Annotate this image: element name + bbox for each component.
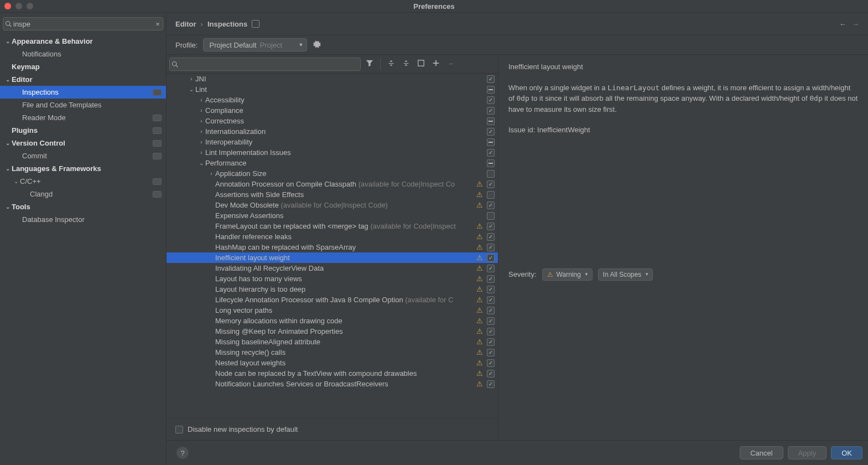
inspection-checkbox[interactable] xyxy=(487,286,495,293)
inspection-checkbox[interactable] xyxy=(487,86,495,94)
inspection-row[interactable]: Handler reference leaks ⚠ xyxy=(167,231,498,242)
inspection-checkbox[interactable] xyxy=(487,75,495,83)
reset-icon[interactable] xyxy=(252,20,259,28)
inspection-checkbox[interactable] xyxy=(487,96,495,104)
inspection-row[interactable]: Missing recycle() calls ⚠ xyxy=(167,347,498,358)
inspection-row[interactable]: Invalidating All RecyclerView Data ⚠ xyxy=(167,263,498,273)
inspection-checkbox[interactable] xyxy=(487,191,495,199)
inspection-checkbox[interactable] xyxy=(487,275,495,283)
inspection-checkbox[interactable] xyxy=(487,107,495,115)
inspection-checkbox[interactable] xyxy=(487,338,495,346)
inspection-row[interactable]: ›Correctness xyxy=(167,116,498,126)
severity-select[interactable]: ⚠ Warning ▼ xyxy=(542,268,592,281)
inspection-row[interactable]: Node can be replaced by a TextView with … xyxy=(167,368,498,379)
reset-default-icon[interactable] xyxy=(417,59,425,69)
inspection-row[interactable]: Dev Mode Obsolete (available for Code|In… xyxy=(167,200,498,210)
inspection-row[interactable]: Notification Launches Services or Broadc… xyxy=(167,379,498,389)
expand-all-icon[interactable] xyxy=(387,59,396,69)
inspection-checkbox[interactable] xyxy=(487,359,495,367)
expand-arrow-icon[interactable]: › xyxy=(197,97,205,103)
gear-icon[interactable] xyxy=(313,40,321,50)
sidebar-item-editor[interactable]: ⌄Editor xyxy=(0,73,166,86)
inspection-row[interactable]: FrameLayout can be replaced with <merge>… xyxy=(167,221,498,231)
expand-arrow-icon[interactable]: ⌄ xyxy=(197,160,205,166)
inspection-row[interactable]: Missing @Keep for Animated Properties ⚠ xyxy=(167,326,498,337)
sidebar-item-database-inspector[interactable]: Database Inspector xyxy=(0,213,166,226)
sidebar-search[interactable]: × xyxy=(3,17,163,30)
apply-button[interactable]: Apply xyxy=(788,446,827,459)
inspection-checkbox[interactable] xyxy=(487,170,495,178)
inspection-checkbox[interactable] xyxy=(487,254,495,262)
sidebar-item-languages-frameworks[interactable]: ⌄Languages & Frameworks xyxy=(0,162,166,175)
inspection-row[interactable]: HashMap can be replaced with SparseArray… xyxy=(167,242,498,252)
inspection-checkbox[interactable] xyxy=(487,128,495,136)
minimize-window-button[interactable] xyxy=(15,3,22,9)
remove-icon[interactable]: − xyxy=(446,60,455,68)
expand-arrow-icon[interactable]: › xyxy=(197,118,205,124)
inspection-row[interactable]: ›Internationalization xyxy=(167,126,498,137)
expand-arrow-icon[interactable]: › xyxy=(197,149,205,156)
sidebar-item-c-c-[interactable]: ⌄C/C++ xyxy=(0,175,166,188)
cancel-button[interactable]: Cancel xyxy=(740,446,783,459)
expand-arrow-icon[interactable]: › xyxy=(207,170,215,177)
inspection-row[interactable]: ›Lint Implementation Issues xyxy=(167,147,498,158)
inspection-row[interactable]: Missing baselineAligned attribute ⚠ xyxy=(167,337,498,347)
inspection-checkbox[interactable] xyxy=(487,349,495,356)
inspection-row[interactable]: Layout hierarchy is too deep ⚠ xyxy=(167,284,498,294)
inspections-tree[interactable]: ›JNI ⌄Lint ›Accessibility ›Compliance ›C… xyxy=(167,74,498,418)
nav-back-icon[interactable]: ← xyxy=(839,20,846,28)
inspection-checkbox[interactable] xyxy=(487,317,495,325)
inspection-row[interactable]: ›JNI xyxy=(167,74,498,84)
expand-arrow-icon[interactable]: ⌄ xyxy=(188,86,195,92)
ok-button[interactable]: OK xyxy=(831,446,862,459)
inspection-row[interactable]: Long vector paths ⚠ xyxy=(167,305,498,316)
inspection-checkbox[interactable] xyxy=(487,202,495,209)
inspection-row[interactable]: ›Compliance xyxy=(167,105,498,116)
inspection-row[interactable]: ›Application Size xyxy=(167,168,498,179)
sidebar-item-plugins[interactable]: ›Plugins xyxy=(0,124,166,137)
profile-select[interactable]: Project Default Project ▼ xyxy=(203,38,307,51)
inspection-row[interactable]: ›Accessibility xyxy=(167,95,498,105)
disable-new-checkbox[interactable] xyxy=(175,426,183,433)
breadcrumb-parent[interactable]: Editor xyxy=(175,20,196,28)
sidebar-item-version-control[interactable]: ⌄Version Control xyxy=(0,137,166,149)
inspection-row[interactable]: Assertions with Side Effects ⚠ xyxy=(167,189,498,200)
sidebar-item-reader-mode[interactable]: Reader Mode xyxy=(0,111,166,124)
sidebar-item-clangd[interactable]: Clangd xyxy=(0,188,166,200)
inspection-search[interactable] xyxy=(169,58,361,71)
sidebar-item-file-and-code-templates[interactable]: File and Code Templates xyxy=(0,99,166,111)
inspection-checkbox[interactable] xyxy=(487,370,495,378)
inspection-checkbox[interactable] xyxy=(487,307,495,314)
inspection-checkbox[interactable] xyxy=(487,233,495,241)
inspection-row[interactable]: ⌄Performance xyxy=(167,158,498,168)
expand-arrow-icon[interactable]: › xyxy=(197,107,205,113)
inspection-search-input[interactable] xyxy=(180,60,360,68)
sidebar-item-inspections[interactable]: Inspections xyxy=(0,86,166,99)
inspection-row[interactable]: Nested layout weights ⚠ xyxy=(167,358,498,368)
expand-arrow-icon[interactable]: › xyxy=(197,128,205,135)
filter-icon[interactable] xyxy=(365,59,374,69)
inspection-row[interactable]: Memory allocations within drawing code ⚠ xyxy=(167,316,498,326)
expand-arrow-icon[interactable]: › xyxy=(197,139,205,145)
inspection-checkbox[interactable] xyxy=(487,328,495,335)
inspection-checkbox[interactable] xyxy=(487,149,495,157)
inspection-checkbox[interactable] xyxy=(487,138,495,146)
inspection-checkbox[interactable] xyxy=(487,159,495,167)
inspection-checkbox[interactable] xyxy=(487,117,495,125)
inspection-checkbox[interactable] xyxy=(487,296,495,304)
inspection-checkbox[interactable] xyxy=(487,380,495,388)
sidebar-item-tools[interactable]: ⌄Tools xyxy=(0,200,166,213)
inspection-checkbox[interactable] xyxy=(487,212,495,220)
maximize-window-button[interactable] xyxy=(27,3,33,9)
sidebar-item-notifications[interactable]: Notifications xyxy=(0,48,166,60)
help-button[interactable]: ? xyxy=(176,447,189,459)
inspection-row[interactable]: Expensive Assertions xyxy=(167,210,498,221)
clear-search-icon[interactable]: × xyxy=(153,20,163,28)
sidebar-item-keymap[interactable]: ›Keymap xyxy=(0,60,166,73)
inspection-row[interactable]: Layout has too many views ⚠ xyxy=(167,273,498,284)
add-icon[interactable] xyxy=(432,59,440,69)
close-window-button[interactable] xyxy=(4,3,11,9)
inspection-checkbox[interactable] xyxy=(487,180,495,188)
expand-arrow-icon[interactable]: › xyxy=(188,76,195,82)
inspection-checkbox[interactable] xyxy=(487,223,495,230)
